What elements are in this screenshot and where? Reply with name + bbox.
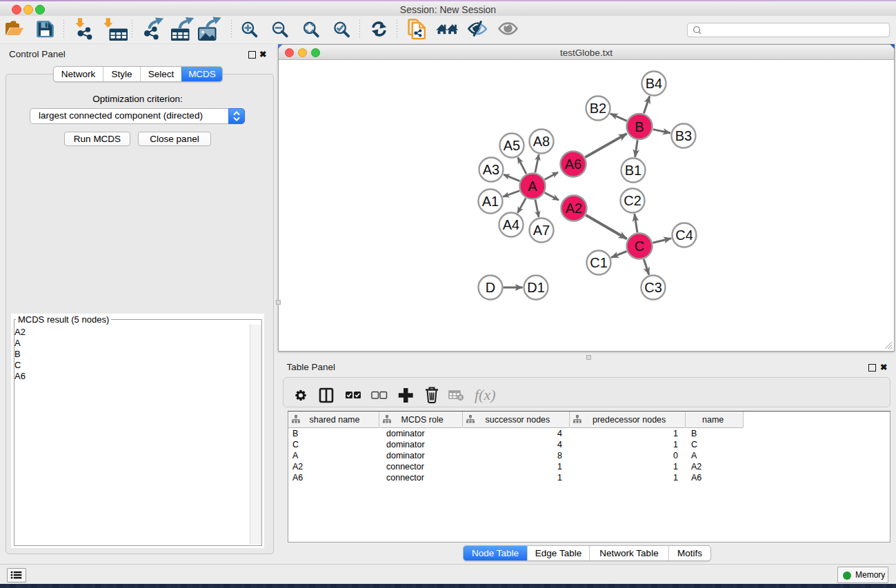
svg-text:C4: C4: [675, 227, 693, 243]
svg-text:B3: B3: [675, 128, 692, 143]
svg-text:D: D: [486, 280, 495, 295]
svg-text:B2: B2: [590, 101, 606, 116]
svg-text:A3: A3: [483, 162, 499, 177]
svg-text:C: C: [635, 239, 644, 254]
svg-text:C1: C1: [590, 255, 608, 270]
svg-text:A7: A7: [533, 223, 550, 238]
svg-text:B: B: [635, 119, 644, 134]
svg-text:A5: A5: [504, 138, 520, 153]
svg-text:A8: A8: [533, 134, 550, 149]
svg-text:f(x): f(x): [475, 386, 496, 403]
svg-text:A1: A1: [482, 194, 499, 209]
svg-text:C2: C2: [624, 193, 641, 208]
svg-text:D1: D1: [527, 280, 545, 295]
svg-text:C3: C3: [644, 280, 662, 295]
svg-text:A4: A4: [503, 217, 519, 232]
svg-text:A6: A6: [565, 156, 581, 172]
svg-text:B4: B4: [646, 76, 662, 91]
svg-text:B1: B1: [625, 163, 641, 178]
svg-text:A: A: [528, 179, 537, 194]
svg-text:A2: A2: [566, 201, 582, 216]
